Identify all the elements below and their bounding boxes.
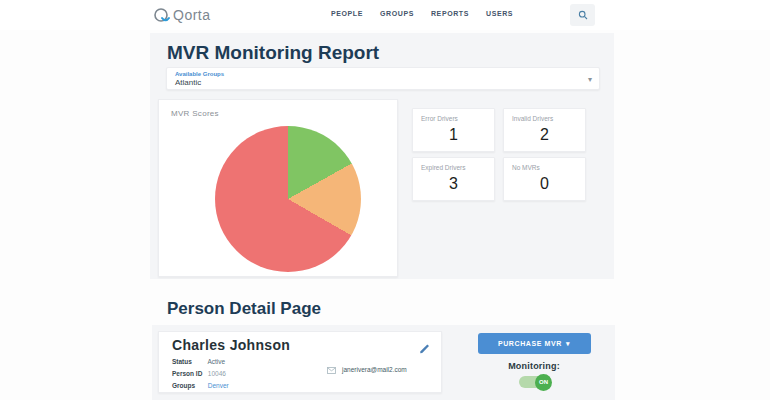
field-value: 10046	[208, 370, 226, 377]
nav-groups[interactable]: GROUPS	[380, 10, 414, 17]
email-icon	[327, 360, 336, 378]
person-detail-section: Charles Johnson Status Active Person ID …	[152, 325, 615, 400]
stat-label: Error Drivers	[421, 115, 458, 122]
purchase-mvr-button[interactable]: PURCHASE MVR ▾	[478, 333, 591, 354]
select-value: Atlantic	[175, 78, 201, 87]
search-button[interactable]	[570, 4, 595, 26]
email-row: janerivera@mail2.com	[327, 360, 407, 378]
topbar: Qorta PEOPLE GROUPS REPORTS USERS	[0, 0, 770, 30]
stat-value: 1	[413, 126, 494, 144]
purchase-mvr-label: PURCHASE MVR	[498, 340, 562, 347]
available-groups-select[interactable]: Available Groups Atlantic ▾	[166, 67, 600, 90]
stat-card-expired-drivers: Expired Drivers 3	[412, 157, 495, 201]
field-label: Status	[172, 358, 206, 365]
chevron-down-icon: ▾	[566, 340, 570, 348]
mvr-scores-card: MVR Scores	[158, 99, 398, 277]
app-window: Qorta PEOPLE GROUPS REPORTS USERS MVR Mo…	[0, 0, 770, 400]
mvr-report-section: MVR Monitoring Report Available Groups A…	[150, 33, 614, 279]
main-nav: PEOPLE GROUPS REPORTS USERS	[331, 10, 513, 17]
field-person-id: Person ID 10046	[172, 370, 226, 377]
select-label: Available Groups	[175, 71, 224, 77]
toggle-state-label: ON	[539, 379, 548, 385]
stat-label: No MVRs	[512, 164, 540, 171]
monitoring-toggle[interactable]: ON	[519, 376, 549, 388]
stats-grid: Error Drivers 1 Invalid Drivers 2 Expire…	[412, 108, 586, 201]
report-title: MVR Monitoring Report	[167, 42, 379, 64]
nav-people[interactable]: PEOPLE	[331, 10, 363, 17]
chart-title: MVR Scores	[171, 109, 219, 118]
field-label: Person ID	[172, 370, 206, 377]
chevron-down-icon: ▾	[588, 75, 592, 84]
stat-card-invalid-drivers: Invalid Drivers 2	[503, 108, 586, 152]
mvr-pie-chart	[215, 126, 361, 272]
field-status: Status Active	[172, 358, 225, 365]
edit-icon[interactable]	[419, 340, 431, 352]
nav-users[interactable]: USERS	[486, 10, 513, 17]
search-icon	[578, 6, 588, 24]
stat-card-error-drivers: Error Drivers 1	[412, 108, 495, 152]
stat-value: 2	[504, 126, 585, 144]
stat-label: Invalid Drivers	[512, 115, 553, 122]
stat-label: Expired Drivers	[421, 164, 465, 171]
stat-card-no-mvrs: No MVRs 0	[503, 157, 586, 201]
field-label: Groups	[172, 382, 206, 389]
field-value: Active	[207, 358, 225, 365]
toggle-knob-on: ON	[535, 374, 552, 391]
logo-text: Qorta	[152, 7, 211, 23]
person-email: janerivera@mail2.com	[342, 366, 407, 373]
person-name: Charles Johnson	[172, 337, 290, 353]
stat-value: 0	[504, 175, 585, 193]
group-link[interactable]: Denver	[208, 382, 229, 389]
qorta-logo[interactable]: Qorta	[152, 5, 232, 25]
field-groups: Groups Denver	[172, 382, 229, 389]
monitoring-label: Monitoring:	[508, 361, 560, 371]
stat-value: 3	[413, 175, 494, 193]
person-card: Charles Johnson Status Active Person ID …	[158, 331, 442, 393]
person-actions: PURCHASE MVR ▾ Monitoring: ON	[452, 325, 616, 400]
nav-reports[interactable]: REPORTS	[431, 10, 469, 17]
person-section-title: Person Detail Page	[167, 299, 321, 319]
